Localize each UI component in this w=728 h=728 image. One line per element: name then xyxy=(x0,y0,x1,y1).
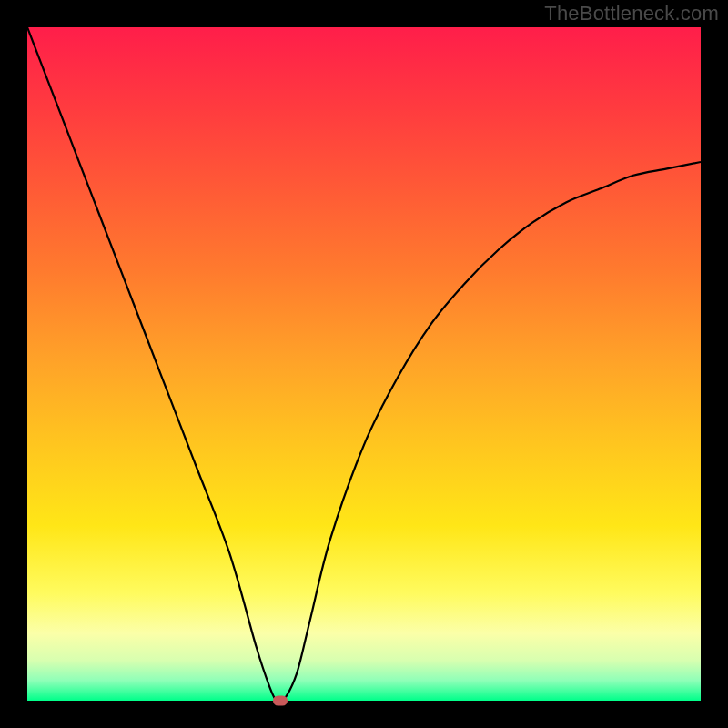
optimum-marker xyxy=(273,696,288,706)
watermark-text: TheBottleneck.com xyxy=(544,2,719,25)
curve-path xyxy=(27,27,701,701)
chart-frame: TheBottleneck.com xyxy=(0,0,728,728)
plot-area xyxy=(27,27,701,701)
curve-svg xyxy=(27,27,701,701)
